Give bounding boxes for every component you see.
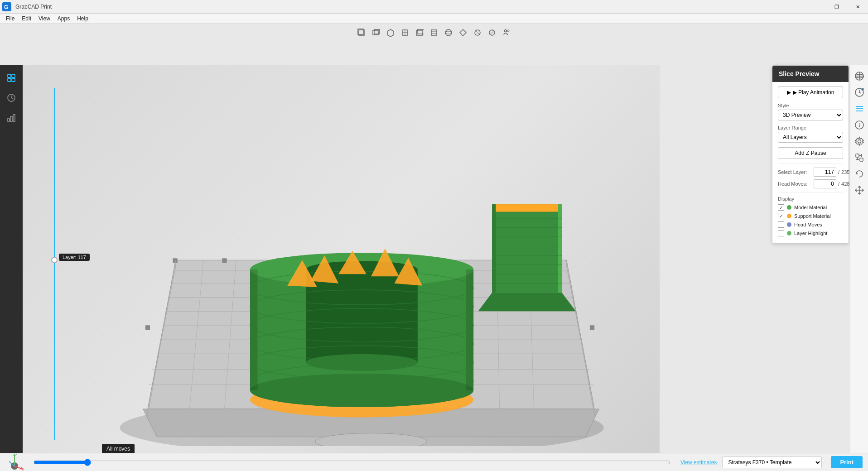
svg-rect-93 [492, 204, 562, 211]
model-material-color [787, 205, 791, 210]
select-layer-label: Select Layer: [778, 169, 812, 175]
window-controls: ─ ❐ ✕ [805, 0, 868, 14]
orbit-view[interactable] [471, 26, 484, 39]
close-button[interactable]: ✕ [847, 0, 868, 14]
cube-view-5[interactable] [413, 26, 426, 39]
display-title: Display [778, 196, 843, 202]
head-moves-color [787, 222, 791, 227]
sidebar-stats[interactable] [3, 110, 19, 126]
head-moves-input[interactable] [814, 179, 836, 188]
layer-highlight-checkbox[interactable] [778, 230, 784, 236]
svg-rect-56 [222, 258, 227, 263]
restore-button[interactable]: ❐ [826, 0, 847, 14]
svg-rect-14 [431, 30, 437, 35]
divider-2 [778, 192, 843, 192]
app-title: GrabCAD Print [14, 4, 52, 10]
model-material-label: Model Material [794, 205, 827, 210]
menu-file[interactable]: File [2, 14, 18, 24]
layer-range-label: Layer Range [778, 125, 843, 130]
play-icon: ▶ [787, 89, 791, 96]
head-moves-checkbox[interactable] [778, 221, 784, 228]
select-layer-input[interactable] [814, 168, 836, 177]
menu-edit[interactable]: Edit [18, 14, 35, 24]
menubar: File Edit View Apps Help [0, 14, 868, 24]
people-view[interactable] [500, 26, 513, 39]
lines-button[interactable] [852, 101, 867, 116]
minimize-button[interactable]: ─ [805, 0, 826, 14]
globe-button[interactable] [852, 69, 867, 83]
view-estimates-link[interactable]: View estimates [680, 459, 717, 466]
app-icon: G [0, 0, 14, 14]
svg-rect-29 [8, 118, 10, 121]
titlebar: G GrabCAD Print ─ ❐ ✕ [0, 0, 868, 14]
printer-select[interactable]: Stratasys F370 • Template [722, 457, 822, 468]
refresh-button[interactable] [852, 167, 867, 181]
slice-panel-title: Slice Preview [772, 66, 849, 82]
svg-rect-25 [12, 74, 15, 77]
display-head-moves: Head Moves [778, 221, 843, 228]
cube-view-6[interactable] [428, 26, 440, 39]
play-animation-label: ▶ Play Animation [793, 89, 834, 96]
svg-text:Y: Y [15, 452, 18, 456]
support-material-checkbox[interactable] [778, 213, 784, 219]
sidebar-history[interactable] [3, 90, 19, 106]
svg-point-75 [250, 374, 473, 407]
menu-view[interactable]: View [35, 14, 54, 24]
cube-view-3[interactable] [384, 26, 397, 39]
svg-text:X: X [22, 468, 24, 471]
svg-point-117 [859, 123, 859, 124]
all-moves-tooltip: All moves [102, 444, 135, 454]
head-moves-display-label: Head Moves [794, 222, 822, 227]
bottom-bar: Y X View estimates Stratasys F370 • Temp… [0, 453, 868, 471]
info-button[interactable] [852, 118, 867, 132]
model-material-checkbox[interactable] [778, 204, 784, 211]
svg-rect-31 [13, 115, 15, 121]
svg-point-23 [507, 30, 509, 32]
svg-point-22 [505, 30, 507, 32]
sidebar-models[interactable] [3, 70, 19, 86]
menu-apps[interactable]: Apps [54, 14, 73, 24]
left-sidebar [0, 65, 23, 471]
svg-rect-10 [416, 31, 423, 35]
support-material-label: Support Material [794, 213, 831, 219]
svg-rect-119 [856, 154, 859, 157]
clock-button[interactable]: 2 [852, 85, 867, 100]
svg-rect-120 [860, 158, 863, 161]
svg-point-118 [858, 140, 861, 143]
canvas-area[interactable]: Layer: 117 [23, 65, 660, 471]
right-toolstrip: 2 [850, 65, 868, 471]
print-button[interactable]: Print [831, 456, 863, 468]
transform-button[interactable] [852, 150, 867, 165]
timeline-slider[interactable] [34, 459, 670, 466]
svg-rect-63 [145, 325, 150, 330]
cube-view-1[interactable] [355, 26, 368, 39]
svg-point-80 [306, 354, 418, 371]
model-view[interactable] [457, 26, 469, 39]
axis-indicator: Y X [5, 452, 24, 471]
add-z-pause-button[interactable]: Add Z Pause [778, 147, 843, 159]
move-button[interactable] [852, 183, 867, 197]
svg-point-18 [445, 31, 452, 34]
cube-view-2[interactable] [370, 26, 382, 39]
display-support-material: Support Material [778, 213, 843, 219]
svg-rect-64 [590, 325, 594, 330]
layer-highlight-color [787, 231, 791, 236]
cube-view-4[interactable] [399, 26, 411, 39]
orbit-view-2[interactable] [486, 26, 498, 39]
svg-rect-94 [492, 204, 496, 293]
svg-marker-6 [387, 29, 394, 37]
sphere-view[interactable] [442, 26, 455, 39]
layer-range-select[interactable]: All Layers Custom Range [778, 132, 843, 143]
svg-rect-26 [8, 78, 11, 82]
play-animation-button[interactable]: ▶ ▶ Play Animation [778, 87, 843, 98]
layer-highlight-label: Layer Highlight [794, 231, 827, 236]
settings-button[interactable] [852, 134, 867, 149]
svg-rect-24 [8, 74, 11, 77]
style-select[interactable]: 3D Preview 2D Preview [778, 110, 843, 120]
svg-rect-30 [10, 116, 12, 121]
style-label: Style [778, 103, 843, 108]
support-material-color [787, 214, 791, 218]
menu-help[interactable]: Help [73, 14, 92, 24]
head-moves-label: Head Moves: [778, 181, 812, 187]
svg-text:G: G [4, 4, 8, 10]
